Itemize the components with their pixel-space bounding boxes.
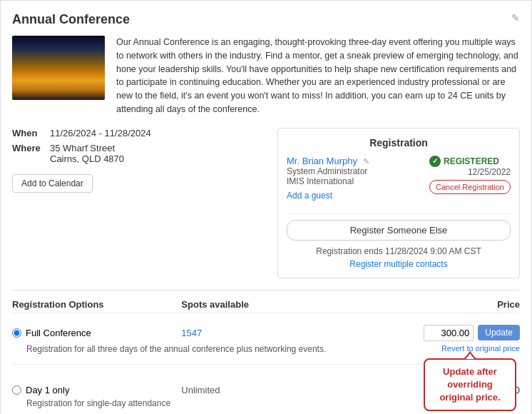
reg-person-name[interactable]: Mr. Brian Murphy ✎ — [287, 156, 429, 166]
registered-badge: ✓ REGISTERED — [429, 156, 511, 167]
event-image-inner — [12, 36, 105, 100]
event-description: Our Annual Conference is an engaging, th… — [116, 36, 520, 116]
register-multiple-link[interactable]: Register multiple contacts — [287, 259, 511, 269]
full-conference-label: Full Conference — [26, 328, 91, 338]
day1-spots: Unlimited — [181, 385, 350, 395]
day1-radio[interactable] — [12, 385, 21, 395]
register-someone-button[interactable]: Register Someone Else — [287, 220, 511, 241]
full-conference-radio[interactable] — [12, 328, 21, 338]
reg-person-role: System Administrator — [287, 166, 429, 176]
reg-person-row: Mr. Brian Murphy ✎ System Administrator … — [287, 156, 511, 208]
options-header: Registration Options Spots available Pri… — [12, 299, 520, 313]
where-label: Where — [12, 143, 44, 164]
options-section: Registration Options Spots available Pri… — [12, 290, 520, 415]
when-label: When — [12, 128, 44, 138]
option-row-full-conference: Full Conference 1547 Update Revert to or… — [12, 319, 520, 365]
revert-price-link[interactable]: Revert to original price — [441, 344, 520, 353]
full-conference-price-input[interactable] — [424, 325, 474, 341]
reg-status-area: ✓ REGISTERED 12/25/2022 Cancel Registrat… — [429, 156, 511, 194]
when-value: 11/26/2024 - 11/28/2024 — [50, 128, 151, 138]
tooltip-bubble: Update after overriding original price. — [424, 358, 516, 412]
where-row: Where 35 Wharf Street Cairns, QLD 4870 — [12, 143, 266, 164]
day1-label: Day 1 only — [26, 385, 69, 395]
where-line2: Cairns, QLD 4870 — [50, 153, 124, 164]
header-name: Registration Options — [12, 299, 181, 310]
reg-person-info: Mr. Brian Murphy ✎ System Administrator … — [287, 156, 429, 208]
option-name-cell-full: Full Conference — [12, 328, 181, 338]
info-reg-section: When 11/26/2024 - 11/28/2024 Where 35 Wh… — [12, 128, 520, 278]
reg-person-org: IMIS International — [287, 176, 429, 186]
add-to-calendar-button[interactable]: Add to Calendar — [12, 174, 93, 193]
check-icon: ✓ — [429, 156, 441, 167]
event-image — [12, 36, 105, 100]
page-header: Annual Conference ✎ — [12, 12, 520, 27]
full-conference-spots: 1547 — [181, 328, 350, 338]
reg-divider — [287, 213, 511, 214]
header-spots: Spots available — [181, 299, 350, 310]
page-title: Annual Conference — [12, 12, 130, 27]
where-line1: 35 Wharf Street — [50, 143, 115, 153]
reg-ends-text: Registration ends 11/28/2024 9:00 AM CST — [287, 246, 511, 256]
update-price-button[interactable]: Update — [478, 325, 520, 340]
tooltip-arrow-inner — [466, 353, 474, 359]
full-conference-price-cell: Update Revert to original price — [351, 325, 520, 341]
option-name-cell-day1: Day 1 only — [12, 385, 181, 395]
edit-person-icon[interactable]: ✎ — [363, 157, 369, 166]
cancel-registration-button[interactable]: Cancel Registration — [429, 180, 511, 194]
when-row: When 11/26/2024 - 11/28/2024 — [12, 128, 266, 138]
event-info: When 11/26/2024 - 11/28/2024 Where 35 Wh… — [12, 128, 266, 278]
registration-title: Registration — [287, 137, 511, 148]
where-value: 35 Wharf Street Cairns, QLD 4870 — [50, 143, 124, 164]
main-container: Annual Conference ✎ Our Annual Conferenc… — [0, 0, 532, 414]
header-price: Price — [351, 299, 520, 310]
edit-page-icon[interactable]: ✎ — [511, 12, 520, 24]
top-section: Our Annual Conference is an engaging, th… — [12, 36, 520, 116]
registered-text: REGISTERED — [444, 156, 499, 166]
reg-date: 12/25/2022 — [429, 167, 511, 177]
tooltip-text: Update after overriding original price. — [439, 366, 500, 403]
add-guest-link[interactable]: Add a guest — [287, 191, 429, 201]
registration-box: Registration Mr. Brian Murphy ✎ System A… — [277, 128, 520, 278]
